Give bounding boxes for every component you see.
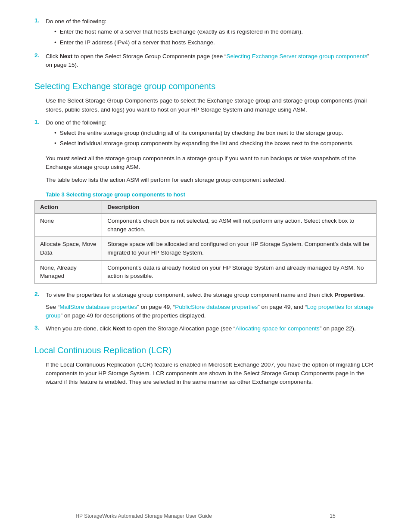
page-footer: HP StorageWorks Automated Storage Manage… — [0, 513, 411, 519]
top-list-item-1: 1. Do one of the following: Enter the ho… — [34, 17, 377, 49]
step3-para: When you are done, click Next to open th… — [46, 324, 377, 333]
table-row: None Component's check box is not select… — [35, 214, 377, 237]
storage-group-table: Action Description None Component's chec… — [34, 200, 377, 283]
properties-bold: Properties — [334, 292, 363, 298]
bullet-2: Enter the IP address (IPv4) of a server … — [54, 38, 377, 47]
selecting-exchange-link[interactable]: Selecting Exchange Server storage group … — [227, 53, 367, 59]
section1-heading: Selecting Exchange storage group compone… — [34, 81, 377, 91]
s1-step1-bullets: Select the entire storage group (includi… — [46, 129, 377, 148]
col-header-action: Action — [35, 201, 102, 214]
table-cell-action-managed: None, Already Managed — [35, 260, 102, 283]
s1-step1-text: Do one of the following: — [46, 119, 106, 126]
section1-step3-list: 3. When you are done, click Next to open… — [34, 324, 377, 333]
step2-para2: See “MailStore database properties” on p… — [46, 303, 377, 320]
s1-step-number-1: 1. — [34, 118, 46, 150]
footer-text: HP StorageWorks Automated Storage Manage… — [75, 513, 212, 519]
top-numbered-list: 1. Do one of the following: Enter the ho… — [34, 17, 377, 69]
table-cell-desc-managed: Component's data is already hosted on yo… — [102, 260, 377, 283]
bullet-1: Enter the host name of a server that hos… — [54, 28, 377, 36]
step2-para1: To view the properties for a storage gro… — [46, 291, 377, 299]
s1-step-number-3: 3. — [34, 324, 46, 333]
table-row: None, Already Managed Component's data i… — [35, 260, 377, 283]
table-header-row: Action Description — [35, 201, 377, 214]
section1-numbered-list: 1. Do one of the following: Select the e… — [34, 118, 377, 150]
step1-text: Do one of the following: — [46, 18, 106, 25]
table-cell-action-none: None — [35, 214, 102, 237]
section1-list-item-3: 3. When you are done, click Next to open… — [34, 324, 377, 333]
allocating-space-link[interactable]: Allocating space for components — [236, 325, 320, 332]
page-number: 15 — [330, 513, 335, 519]
section2-heading: Local Continuous Replication (LCR) — [34, 345, 377, 355]
col-header-description: Description — [102, 201, 377, 214]
next-bold-2: Next — [112, 325, 125, 332]
table-caption: Table 3 Selecting storage group componen… — [34, 191, 377, 198]
section1-para1: You must select all the storage group co… — [34, 154, 377, 172]
section1-list-item-2: 2. To view the properties for a storage … — [34, 291, 377, 320]
next-bold: Next — [60, 53, 72, 59]
step-number-2: 2. — [34, 52, 46, 70]
step-number-1: 1. — [34, 17, 46, 49]
step1-bullets: Enter the host name of a server that hos… — [46, 28, 377, 47]
step2-click: Click Next to open the Select Storage Gr… — [46, 53, 369, 68]
s1-step-number-2: 2. — [34, 291, 46, 320]
table-cell-desc-allocate: Storage space will be allocated and conf… — [102, 237, 377, 260]
table-row: Allocate Space, Move Data Storage space … — [35, 237, 377, 260]
top-list-item-2: 2. Click Next to open the Select Storage… — [34, 52, 377, 70]
table-cell-action-allocate: Allocate Space, Move Data — [35, 237, 102, 260]
mailstore-link[interactable]: MailStore database properties — [59, 304, 137, 310]
section2-body: If the Local Continuous Replication (LCR… — [34, 361, 377, 387]
publicstore-link[interactable]: PublicStore database properties — [175, 304, 258, 310]
s1-bullet-1: Select the entire storage group (includi… — [54, 129, 377, 137]
section1-step2-list: 2. To view the properties for a storage … — [34, 291, 377, 320]
table-cell-desc-none: Component's check box is not selected, s… — [102, 214, 377, 237]
section1-intro: Use the Select Storage Group Components … — [34, 96, 377, 114]
section1-list-item-1: 1. Do one of the following: Select the e… — [34, 118, 377, 150]
s1-bullet-2: Select individual storage group componen… — [54, 139, 377, 148]
section1-para2: The table below lists the action ASM wil… — [34, 176, 377, 184]
